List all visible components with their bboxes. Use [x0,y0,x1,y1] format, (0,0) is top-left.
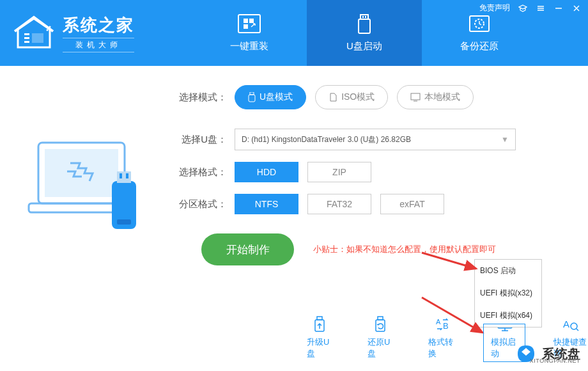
form-area: 选择模式： U盘模式 ISO模式 本地模式 选择U盘： D: (hd1) Kin… [173,85,588,265]
laptop-usb-illustration [22,136,150,251]
mode-iso-button[interactable]: ISO模式 [315,85,388,109]
tool-format-convert[interactable]: AB 格式转换 [428,316,456,359]
iso-file-icon [329,93,337,102]
svg-rect-10 [249,19,254,23]
usb-restore-icon [371,316,389,333]
tab-usb-boot[interactable]: U盘启动 [307,0,422,66]
svg-rect-31 [117,219,131,225]
illustration-area [0,85,173,265]
svg-text:B: B [443,321,449,331]
svg-rect-0 [24,33,29,35]
svg-point-6 [47,29,49,31]
tab-label: U盘启动 [346,40,382,52]
minimize-button[interactable] [553,3,564,13]
tool-upgrade-usb[interactable]: 升级U盘 [307,316,332,359]
usb-select-label: 选择U盘： [173,134,227,146]
svg-rect-11 [244,24,248,29]
svg-rect-14 [365,16,366,18]
tab-reinstall[interactable]: 一键重装 [192,0,307,66]
mode-local-button[interactable]: 本地模式 [397,85,474,109]
format-zip-button[interactable]: ZIP [307,162,371,182]
usb-small-icon [248,92,256,102]
format-convert-icon: AB [433,316,451,333]
svg-text:A: A [563,319,569,329]
usb-select-value: D: (hd1) KingstonDataTraveler 3.0 (U盘) 2… [242,134,411,145]
format-label: 选择格式： [173,166,227,178]
hotkey-search-icon: A [562,316,580,333]
svg-rect-32 [250,92,254,95]
svg-rect-25 [45,149,118,197]
chevron-down-icon: ▼ [501,135,509,144]
usb-up-icon [311,316,329,333]
svg-point-7 [49,29,51,31]
partition-label: 分区格式： [173,198,227,210]
mode-label: 选择模式： [173,91,227,104]
mode-usb-button[interactable]: U盘模式 [235,85,306,109]
house-logo-icon [12,15,56,51]
svg-point-46 [571,323,577,329]
titlebar-controls: 免责声明 [479,3,582,13]
disclaimer-link[interactable]: 免责声明 [479,3,510,13]
tool-restore-usb[interactable]: 还原U盘 [368,316,393,359]
svg-rect-30 [126,173,128,178]
svg-rect-28 [117,171,131,183]
svg-rect-8 [238,15,260,33]
svg-rect-2 [24,41,29,43]
watermark: 系统盘 XITONGPAN.NET [514,342,580,366]
logo-title: 系统之家 [63,14,134,36]
logo-subtitle: 装机大师 [63,38,134,52]
svg-line-47 [576,329,578,331]
usb-select-dropdown[interactable]: D: (hd1) KingstonDataTraveler 3.0 (U盘) 2… [235,129,516,150]
svg-rect-15 [359,19,370,33]
menu-icon[interactable] [536,3,546,13]
svg-rect-13 [362,16,364,18]
boot-mode-dropdown: BIOS 启动 UEFI 模拟(x32) UEFI 模拟(x64) [474,259,542,328]
tab-label: 一键重装 [230,40,268,52]
graduation-icon[interactable] [518,3,528,13]
logo-area: 系统之家 装机大师 [0,14,192,52]
watermark-url: XITONGPAN.NET [530,358,580,364]
main-content: 选择模式： U盘模式 ISO模式 本地模式 选择U盘： D: (hd1) Kin… [0,66,588,265]
tip-text: 小贴士：如果不知道怎么配置，使用默认配置即可 [313,244,496,255]
svg-point-5 [49,26,51,28]
partition-ntfs-button[interactable]: NTFS [235,194,298,214]
svg-rect-12 [360,15,368,19]
partition-exfat-button[interactable]: exFAT [380,194,444,214]
start-create-button[interactable]: 开始制作 [201,233,294,265]
dropdown-item-bios[interactable]: BIOS 启动 [475,260,541,282]
dropdown-item-uefi32[interactable]: UEFI 模拟(x32) [475,282,541,304]
svg-rect-33 [249,95,255,102]
usb-drive-icon [352,13,376,35]
restore-icon [467,13,491,35]
window-refresh-icon [237,13,261,35]
monitor-icon [410,93,421,102]
partition-fat32-button[interactable]: FAT32 [307,194,371,214]
close-button[interactable] [571,3,582,13]
svg-rect-29 [120,173,122,178]
svg-point-4 [47,26,49,28]
svg-rect-3 [32,33,43,43]
svg-rect-9 [244,19,248,23]
tab-label: 备份还原 [460,40,499,52]
svg-text:A: A [436,318,441,326]
format-hdd-button[interactable]: HDD [235,162,298,182]
svg-rect-34 [411,93,420,100]
svg-rect-1 [24,37,29,39]
